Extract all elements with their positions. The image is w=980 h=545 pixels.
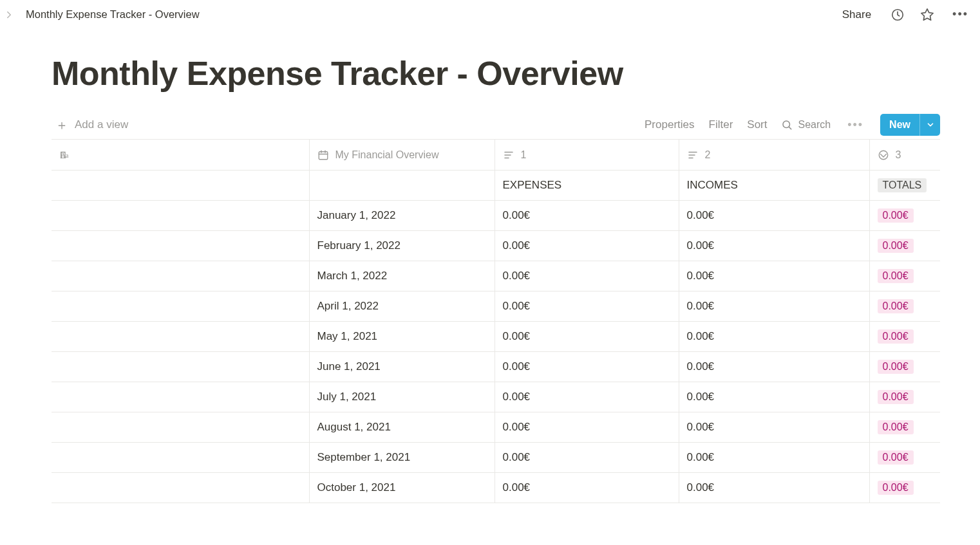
table-row: July 1, 20210.00€0.00€0.00€ [52,382,940,412]
cell-totals[interactable]: 0.00€ [869,352,940,382]
cell-date[interactable] [309,171,495,201]
cell-title[interactable] [52,291,309,322]
col-header-1[interactable]: 1 [495,140,679,171]
table-row: April 1, 20220.00€0.00€0.00€ [52,291,940,322]
cell-totals[interactable]: 0.00€ [869,291,940,322]
page-menu-button[interactable]: ••• [948,6,972,23]
cell-date[interactable]: January 1, 2022 [309,201,495,231]
database-table: Aa My Financial Overview [52,140,940,504]
text-prop-icon [687,149,699,161]
nav-forward-button[interactable] [1,7,17,23]
cell-title[interactable] [52,382,309,412]
cell-totals[interactable]: 0.00€ [869,261,940,291]
table-row: September 1, 20210.00€0.00€0.00€ [52,443,940,473]
cell-title[interactable] [52,412,309,443]
updates-button[interactable] [889,6,906,23]
cell-title[interactable] [52,473,309,503]
favorite-button[interactable] [919,6,936,23]
properties-button[interactable]: Properties [645,118,694,131]
cell-title[interactable] [52,352,309,382]
col-header-3[interactable]: 3 [869,140,940,171]
share-button[interactable]: Share [837,6,876,24]
cell-totals[interactable]: 0.00€ [869,231,940,261]
cell-incomes[interactable]: 0.00€ [679,412,869,443]
svg-point-15 [879,151,888,160]
cell-date[interactable]: February 1, 2022 [309,231,495,261]
table-row: May 1, 20210.00€0.00€0.00€ [52,322,940,352]
clock-icon [890,8,905,22]
cell-title[interactable] [52,201,309,231]
cell-totals[interactable]: 0.00€ [869,443,940,473]
cell-title[interactable] [52,171,309,201]
cell-date[interactable]: October 1, 2021 [309,473,495,503]
search-icon [781,119,793,131]
col-header-2[interactable]: 2 [679,140,869,171]
total-tag: 0.00€ [878,360,914,374]
cell-expenses[interactable]: 0.00€ [495,382,679,412]
cell-incomes[interactable]: INCOMES [679,171,869,201]
cell-incomes[interactable]: 0.00€ [679,201,869,231]
page-title[interactable]: Monthly Expense Tracker - Overview [52,55,940,93]
cell-expenses[interactable]: 0.00€ [495,473,679,503]
cell-incomes[interactable]: 0.00€ [679,382,869,412]
cell-expenses[interactable]: 0.00€ [495,322,679,352]
cell-totals[interactable]: 0.00€ [869,412,940,443]
cell-expenses[interactable]: 0.00€ [495,231,679,261]
cell-incomes[interactable]: 0.00€ [679,352,869,382]
new-button[interactable]: New [880,114,919,136]
table-row: June 1, 20210.00€0.00€0.00€ [52,352,940,382]
cell-date[interactable]: May 1, 2021 [309,322,495,352]
cell-expenses[interactable]: 0.00€ [495,201,679,231]
cell-totals[interactable]: 0.00€ [869,382,940,412]
total-tag: 0.00€ [878,450,914,465]
cell-title[interactable] [52,443,309,473]
chevron-right-icon [3,9,15,21]
cell-incomes[interactable]: 0.00€ [679,231,869,261]
cell-totals[interactable]: TOTALS [869,171,940,201]
svg-marker-1 [921,8,933,19]
filter-button[interactable]: Filter [709,118,733,131]
breadcrumb[interactable]: Monthly Expense Tracker - Overview [21,6,205,23]
cell-expenses[interactable]: 0.00€ [495,291,679,322]
cell-incomes[interactable]: 0.00€ [679,322,869,352]
cell-title[interactable] [52,231,309,261]
cell-totals[interactable]: 0.00€ [869,473,940,503]
cell-date[interactable]: March 1, 2022 [309,261,495,291]
cell-expenses[interactable]: EXPENSES [495,171,679,201]
cell-date[interactable]: April 1, 2022 [309,291,495,322]
cell-incomes[interactable]: 0.00€ [679,443,869,473]
db-menu-button[interactable]: ••• [845,118,866,132]
cell-incomes[interactable]: 0.00€ [679,261,869,291]
total-tag: 0.00€ [878,208,914,223]
col-header-date[interactable]: My Financial Overview [309,140,495,171]
db-toolbar: ＋ Add a view Properties Filter Sort Sear… [52,111,940,140]
add-view-button[interactable]: ＋ Add a view [52,115,132,135]
sort-button[interactable]: Sort [747,118,767,131]
col-header-1-label: 1 [521,149,527,161]
totals-tag: TOTALS [878,178,927,192]
cell-date[interactable]: August 1, 2021 [309,412,495,443]
cell-incomes[interactable]: 0.00€ [679,473,869,503]
cell-expenses[interactable]: 0.00€ [495,443,679,473]
cell-expenses[interactable]: 0.00€ [495,261,679,291]
cell-totals[interactable]: 0.00€ [869,322,940,352]
col-header-title[interactable]: Aa [52,140,309,171]
cell-expenses[interactable]: 0.00€ [495,412,679,443]
search-label: Search [798,119,831,131]
cell-date[interactable]: June 1, 2021 [309,352,495,382]
col-header-2-label: 2 [705,149,711,161]
ellipsis-icon: ••• [847,118,863,131]
new-dropdown-button[interactable] [919,114,940,136]
cell-totals[interactable]: 0.00€ [869,201,940,231]
search-button[interactable]: Search [781,119,831,131]
star-icon [920,8,934,22]
total-tag: 0.00€ [878,269,914,283]
cell-date[interactable]: September 1, 2021 [309,443,495,473]
table-row: February 1, 20220.00€0.00€0.00€ [52,231,940,261]
cell-title[interactable] [52,322,309,352]
cell-title[interactable] [52,261,309,291]
table-row: August 1, 20210.00€0.00€0.00€ [52,412,940,443]
cell-expenses[interactable]: 0.00€ [495,352,679,382]
cell-date[interactable]: July 1, 2021 [309,382,495,412]
cell-incomes[interactable]: 0.00€ [679,291,869,322]
